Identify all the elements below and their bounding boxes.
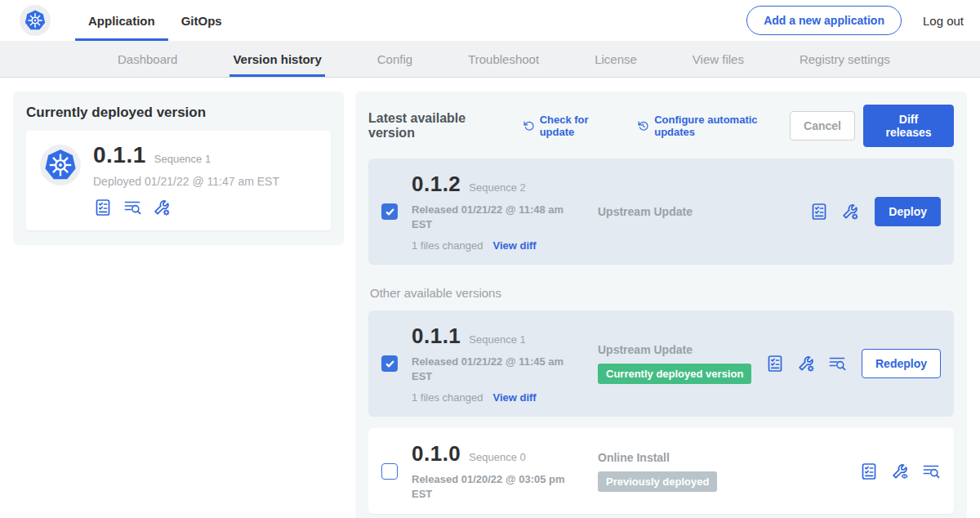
subnav-registry-settings[interactable]: Registry settings: [796, 41, 893, 77]
deployed-version-box: 0.1.1 Sequence 1 Deployed 01/21/22 @ 11:…: [26, 131, 331, 230]
version-checkbox[interactable]: [381, 355, 398, 372]
refresh-icon: [523, 119, 535, 132]
subnav-troubleshoot[interactable]: Troubleshoot: [465, 41, 542, 77]
version-source-label: Upstream Update: [598, 343, 765, 356]
version-source-label: Online Install: [598, 451, 859, 464]
release-notes-icon[interactable]: [809, 202, 829, 221]
deployed-version-number: 0.1.1: [93, 142, 146, 168]
check-for-update-link[interactable]: Check for update: [523, 114, 620, 138]
files-changed-label: 1 files changed: [412, 239, 483, 252]
subnav-dashboard[interactable]: Dashboard: [114, 41, 180, 77]
release-notes-icon[interactable]: [765, 354, 785, 373]
files-changed-label: 1 files changed: [412, 391, 483, 404]
logout-button[interactable]: Log out: [923, 14, 964, 28]
view-diff-link[interactable]: View diff: [492, 239, 536, 252]
tab-application[interactable]: Application: [75, 0, 168, 41]
view-files-diff-icon[interactable]: [827, 354, 847, 373]
currently-deployed-badge: Currently deployed version: [598, 364, 751, 384]
released-timestamp: Released 01/20/22 @ 03:05 pm EST: [412, 472, 572, 501]
configure-updates-link[interactable]: Configure automatic updates: [637, 114, 790, 138]
config-wrench-icon[interactable]: [840, 202, 860, 221]
check-icon: [385, 207, 395, 217]
subnav-version-history[interactable]: Version history: [229, 41, 324, 77]
release-notes-icon[interactable]: [93, 198, 113, 217]
app-subnav: Dashboard Version history Config Trouble…: [0, 41, 980, 78]
version-number: 0.1.1: [412, 324, 461, 349]
version-checkbox[interactable]: [381, 203, 398, 220]
version-row: 0.1.1 Sequence 1 Released 01/21/22 @ 11:…: [368, 310, 954, 417]
version-row: 0.1.2 Sequence 2 Released 01/21/22 @ 11:…: [368, 159, 954, 265]
configure-updates-label: Configure automatic updates: [654, 114, 790, 138]
clock-refresh-icon: [637, 119, 649, 132]
view-files-diff-icon[interactable]: [921, 462, 941, 481]
version-source-label: Upstream Update: [598, 205, 809, 218]
sequence-label: Sequence 2: [469, 181, 525, 194]
currently-deployed-title: Currently deployed version: [26, 105, 331, 121]
deployed-sequence-label: Sequence 1: [154, 153, 211, 165]
config-wrench-icon[interactable]: [152, 198, 172, 217]
preview-wrench-icon[interactable]: [890, 462, 910, 481]
version-number: 0.1.2: [412, 172, 461, 197]
config-wrench-icon[interactable]: [796, 354, 816, 373]
diff-releases-button[interactable]: Diff releases: [863, 105, 954, 147]
latest-available-title: Latest available version: [368, 111, 505, 141]
view-diff-link[interactable]: View diff: [492, 391, 536, 404]
other-versions-label: Other available versions: [370, 286, 954, 300]
top-nav: Application GitOps Add a new application…: [0, 0, 980, 41]
subnav-config[interactable]: Config: [374, 41, 416, 77]
version-number: 0.1.0: [412, 441, 461, 467]
sequence-label: Sequence 0: [469, 451, 525, 463]
version-checkbox[interactable]: [381, 463, 398, 480]
sequence-label: Sequence 1: [469, 333, 525, 346]
add-application-button[interactable]: Add a new application: [746, 6, 902, 35]
released-timestamp: Released 01/21/22 @ 11:48 am EST: [412, 203, 572, 231]
app-icon: [39, 144, 82, 186]
top-nav-tabs: Application GitOps: [75, 0, 235, 41]
subnav-license[interactable]: License: [591, 41, 640, 77]
currently-deployed-card: Currently deployed version 0.1.1 Sequenc…: [13, 92, 344, 245]
previously-deployed-badge: Previously deployed: [598, 471, 717, 492]
tab-gitops[interactable]: GitOps: [168, 0, 235, 41]
deploy-button[interactable]: Deploy: [875, 197, 941, 226]
cancel-button[interactable]: Cancel: [790, 111, 855, 141]
deployed-timestamp: Deployed 01/21/22 @ 11:47 am EST: [93, 175, 279, 188]
redeploy-button[interactable]: Redeploy: [862, 349, 941, 378]
released-timestamp: Released 01/21/22 @ 11:45 am EST: [412, 355, 572, 383]
available-versions-panel: Latest available version Check for updat…: [355, 92, 967, 518]
subnav-view-files[interactable]: View files: [689, 41, 747, 77]
release-notes-icon[interactable]: [859, 462, 879, 481]
check-for-update-label: Check for update: [540, 114, 620, 138]
view-files-diff-icon[interactable]: [122, 198, 142, 217]
check-icon: [385, 359, 395, 369]
main-content: Currently deployed version 0.1.1 Sequenc…: [0, 78, 980, 518]
version-row: 0.1.0 Sequence 0 Released 01/20/22 @ 03:…: [368, 428, 954, 514]
kubernetes-logo-icon: [20, 5, 51, 36]
